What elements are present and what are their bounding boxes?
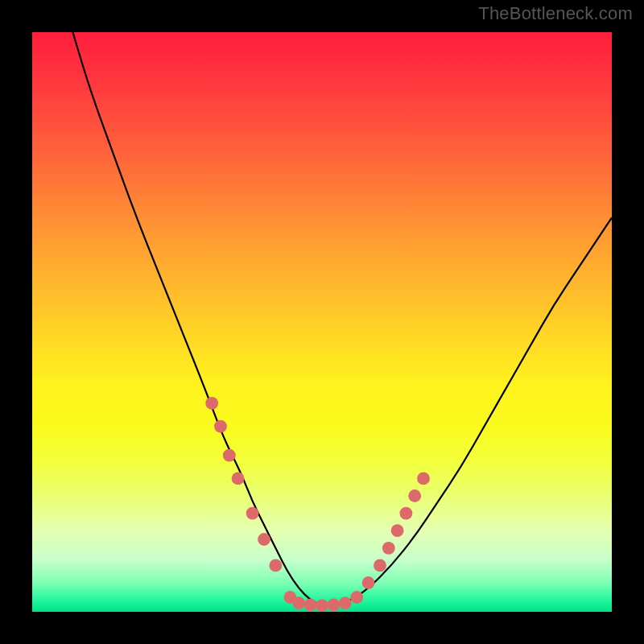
data-marker bbox=[327, 598, 340, 611]
plot-area bbox=[32, 32, 612, 612]
data-marker bbox=[350, 591, 363, 604]
curve-line bbox=[72, 32, 612, 606]
data-marker bbox=[391, 524, 404, 537]
data-marker bbox=[246, 507, 259, 520]
data-marker bbox=[223, 449, 236, 462]
watermark-text: TheBottleneck.com bbox=[478, 3, 633, 24]
data-marker bbox=[258, 533, 270, 546]
data-marker bbox=[316, 599, 328, 612]
chart-overlay bbox=[32, 32, 612, 612]
data-marker bbox=[408, 489, 421, 502]
data-marker bbox=[214, 420, 227, 433]
data-marker bbox=[362, 576, 375, 589]
data-marker bbox=[339, 597, 352, 609]
data-marker bbox=[417, 472, 430, 485]
data-marker bbox=[232, 472, 245, 485]
marker-group bbox=[205, 397, 430, 612]
data-marker bbox=[269, 559, 282, 572]
data-marker bbox=[292, 597, 305, 609]
data-marker bbox=[382, 542, 395, 555]
data-marker bbox=[374, 559, 386, 572]
data-marker bbox=[399, 507, 412, 520]
chart-container: TheBottleneck.com bbox=[0, 0, 644, 644]
data-marker bbox=[205, 397, 218, 410]
data-marker bbox=[304, 598, 317, 611]
